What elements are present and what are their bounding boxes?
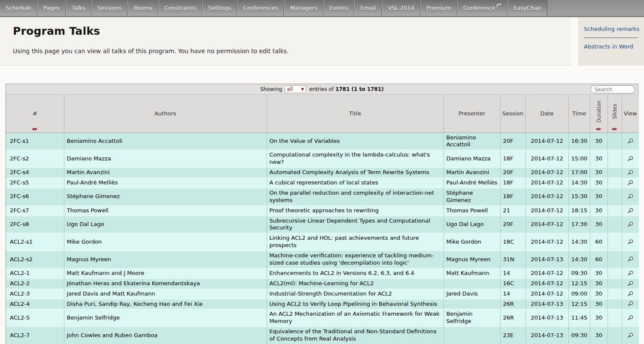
view-cell (622, 251, 639, 269)
nav-tab-email[interactable]: Email (354, 0, 382, 16)
view-talk-button[interactable] (625, 270, 637, 277)
view-talk-button[interactable] (625, 169, 637, 176)
view-talk-button[interactable] (625, 221, 637, 228)
column-label: View (624, 110, 637, 117)
slides-cell (608, 188, 622, 205)
nav-tab-label: VSL 2014 (388, 5, 414, 11)
date-cell: 2014-07-12 (526, 278, 568, 289)
magnifier-icon (627, 208, 634, 214)
session-cell: 31N (500, 251, 526, 269)
view-talk-button[interactable] (625, 301, 637, 307)
presenter-cell: Benjamin Selfridge (444, 309, 500, 327)
nav-tab-label: Conference (463, 5, 495, 11)
table-row: ACL2-s1Mike GordonLinking ACL2 and HOL: … (6, 233, 639, 251)
title-cell: Automated Complexity Analysis of Term Re… (267, 168, 444, 178)
duration-cell: 60 (590, 233, 608, 251)
column-header-authors: Authors (64, 95, 267, 133)
nav-tab-events[interactable]: Events (323, 0, 354, 16)
slides-cell (608, 278, 622, 289)
magnifier-icon (627, 270, 634, 277)
view-talk-button[interactable] (625, 256, 637, 263)
page-description: Using this page you can view all talks o… (13, 48, 571, 54)
talk-id-cell: ACL2-1 (6, 268, 64, 278)
nav-tab-label: Email (360, 5, 376, 11)
presenter-cell (444, 278, 500, 289)
talk-id-cell: ACL2-s1 (6, 233, 64, 251)
page-title: Program Talks (13, 25, 571, 37)
duration-cell: 60 (590, 251, 608, 269)
nav-tab-vsl-2014[interactable]: VSL 2014 (382, 0, 420, 16)
duration-cell: 30 (590, 309, 608, 327)
nav-tab-label: Settings (208, 5, 231, 11)
side-link-scheduling-remarks[interactable]: Scheduling remarks (584, 26, 640, 32)
column-header-id[interactable]: #◀▶ (6, 95, 64, 133)
view-talk-button[interactable] (625, 180, 637, 186)
column-header-view: View (622, 95, 639, 133)
nav-tab-premium[interactable]: Premium (420, 0, 457, 16)
side-panel: Scheduling remarksAbstracts in Word (578, 17, 644, 66)
duration-cell: 30 (590, 178, 608, 188)
nav-tab-sessions[interactable]: Sessions (91, 0, 128, 16)
view-talk-button[interactable] (625, 332, 637, 339)
view-talk-button[interactable] (625, 193, 637, 200)
view-talk-button[interactable] (625, 208, 637, 214)
nav-tab-label: Constraints (164, 5, 196, 11)
nav-tab-settings[interactable]: Settings (202, 0, 237, 16)
magnifier-icon (627, 301, 634, 307)
sort-arrows-icon[interactable]: ◀▶ (590, 127, 608, 131)
time-cell: 12:15 (568, 278, 590, 289)
talk-id-cell: ACL2-4 (6, 299, 64, 309)
nav-tab-rooms[interactable]: Rooms (128, 0, 158, 16)
view-talk-button[interactable] (625, 156, 637, 162)
column-header-duration[interactable]: Duration◀▶ (590, 95, 608, 133)
nav-tab-managers[interactable]: Managers (284, 0, 323, 16)
nav-tab-label: Conferences (243, 5, 278, 11)
side-link-abstracts-in-word[interactable]: Abstracts in Word (584, 43, 640, 50)
nav-tab-schedule[interactable]: Schedule (0, 0, 37, 16)
session-cell: 18C (500, 233, 526, 251)
talk-id-cell: 2FC-s6 (6, 188, 64, 205)
talk-id-cell: ACL2-s2 (6, 251, 64, 269)
time-cell: 11:45 (568, 309, 590, 327)
session-cell: 23E (500, 327, 526, 344)
nav-tab-constraints[interactable]: Constraints (158, 0, 202, 16)
view-talk-button[interactable] (625, 239, 637, 245)
search-input[interactable] (590, 85, 635, 94)
slides-cell (608, 168, 622, 178)
time-cell: 14:30 (568, 178, 590, 188)
slides-cell (608, 216, 622, 233)
title-cell: A cubical representation of local states (267, 178, 444, 188)
column-header-title: Title (267, 95, 444, 133)
column-header-date: Date (526, 95, 568, 133)
table-row: 2FC-s8Ugo Dal LagoSubrecursive Linear De… (6, 216, 639, 233)
nav-tab-easychair[interactable]: EasyChair (507, 0, 547, 16)
nav-tab-pages[interactable]: Pages (37, 0, 66, 16)
session-cell: 18F (500, 178, 526, 188)
presenter-cell: Jared Davis (444, 289, 500, 299)
nav-tab-label: Talks (72, 5, 85, 11)
slides-cell (608, 327, 622, 344)
date-cell: 2014-07-12 (526, 205, 568, 216)
presenter-cell: Stéphane Gimenez (444, 188, 500, 205)
sort-arrows-icon[interactable]: ◀▶ (6, 127, 64, 131)
view-talk-button[interactable] (625, 291, 637, 297)
authors-cell: Jared Davis and Matt Kaufmann (64, 289, 267, 299)
talk-id-cell: 2FC-s8 (6, 216, 64, 233)
session-cell: 26R (500, 299, 526, 309)
chevron-down-icon: ▼ (301, 87, 304, 91)
column-header-slides[interactable]: Slides◀▶ (608, 95, 622, 133)
nav-tab-talks[interactable]: Talks (66, 0, 91, 16)
authors-cell: Disha Puri, Sandip Ray, Kecheng Hao and … (64, 299, 267, 309)
view-talk-button[interactable] (625, 315, 637, 321)
sort-arrows-icon[interactable]: ◀▶ (608, 127, 622, 131)
nav-tab-conference[interactable]: Conference (457, 0, 507, 16)
session-cell: 26R (500, 309, 526, 327)
entries-select-value: all (287, 86, 293, 92)
page-header-strip: Program Talks Using this page you can vi… (0, 17, 644, 66)
time-cell: 12:15 (568, 299, 590, 309)
view-talk-button[interactable] (625, 138, 637, 145)
duration-cell: 30 (590, 150, 608, 168)
entries-select[interactable]: all ▼ (285, 85, 306, 93)
nav-tab-conferences[interactable]: Conferences (237, 0, 284, 16)
view-talk-button[interactable] (625, 281, 637, 287)
